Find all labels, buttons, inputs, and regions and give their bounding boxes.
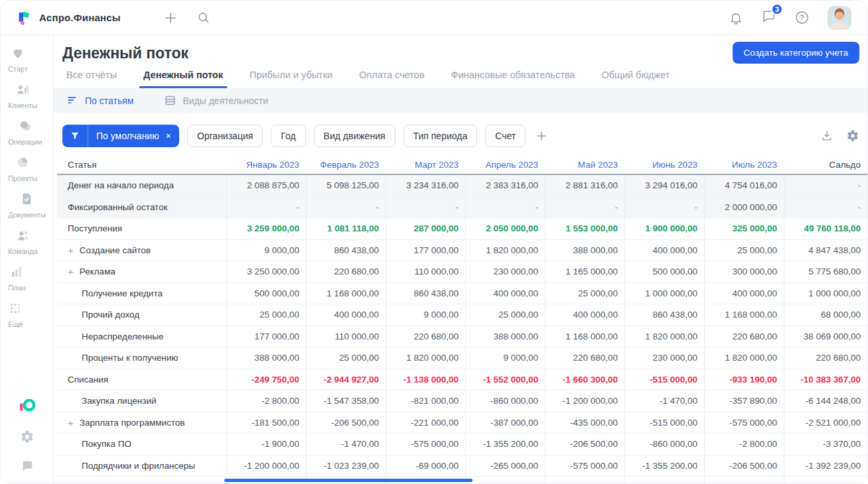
view-tab-По статьям[interactable]: По статьям — [62, 93, 137, 107]
expand-plus-icon[interactable]: + — [68, 418, 74, 428]
cell-value: 177 000,00 — [226, 326, 306, 347]
tab-Все отчёты[interactable]: Все отчёты — [62, 69, 121, 88]
support-chat-icon[interactable] — [20, 459, 35, 473]
tab-Финансовые обязательства[interactable]: Финансовые обязательства — [447, 69, 579, 88]
tab-Денежный поток[interactable]: Денежный поток — [139, 69, 227, 88]
funnel-icon — [62, 125, 88, 147]
row-label-text: Фиксированный остаток — [68, 202, 168, 212]
cell-value: -1 470,00 — [624, 477, 704, 484]
brand: Аспро.Финансы — [15, 9, 121, 27]
cell-value: 860 438,00 — [386, 283, 465, 304]
column-header-month[interactable]: Апрель 2023 — [465, 159, 545, 170]
cell-value: 3 294 016,00 — [624, 175, 704, 196]
create-category-button[interactable]: Создать категорию учета — [733, 42, 859, 64]
sidebar-item-plan[interactable]: План — [8, 265, 26, 292]
row-label[interactable]: +Создание сайтов — [57, 240, 226, 261]
settings-gear-icon[interactable] — [20, 430, 35, 444]
sidebar-item-start[interactable]: Старт — [8, 46, 28, 73]
cell-value: 325 000,00 — [704, 218, 784, 239]
cell-value: 220 680,00 — [306, 261, 386, 282]
filter-button-Год[interactable]: Год — [271, 125, 305, 147]
table-row: Покупка ПО-1 900,00-1 470,00-575 000,00-… — [57, 434, 867, 455]
svg-text:?: ? — [800, 13, 804, 21]
row-label[interactable]: Покупка ПО — [57, 434, 226, 455]
row-label-text: Поступления — [68, 223, 122, 233]
filter-button-Вид движения[interactable]: Вид движения — [314, 125, 396, 147]
expand-plus-icon[interactable]: + — [68, 245, 74, 255]
row-label-text: Списания — [68, 375, 108, 385]
cell-value: 1 553 000,00 — [545, 218, 624, 239]
cell-value: 388 000,00 — [226, 347, 306, 369]
expand-plus-icon[interactable]: + — [68, 267, 74, 276]
view-tab-Виды деятельности[interactable]: Виды деятельности — [160, 93, 272, 107]
table-settings-gear-icon[interactable] — [846, 129, 859, 143]
row-label[interactable]: Нераспределенные — [57, 326, 226, 347]
cell-value: 388 000,00 — [465, 326, 545, 347]
row-label[interactable]: Проценты к получению — [57, 347, 226, 369]
sidebar-bottom — [18, 398, 36, 473]
sidebar-item-projects[interactable]: Проекты — [8, 155, 37, 182]
cell-value: -2 800,00 — [704, 434, 784, 455]
cell-value: 9 000,00 — [386, 304, 465, 326]
cell-value: 1 168 000,00 — [545, 326, 624, 347]
messages-button[interactable]: 3 — [761, 9, 776, 27]
row-label[interactable]: Подрядчики и фрилансеры — [57, 455, 226, 477]
row-label-text: Зарплата программистов — [80, 418, 185, 428]
row-label[interactable]: Поступления — [57, 218, 226, 239]
cell-value: - — [545, 197, 624, 218]
row-label[interactable]: +Реклама — [57, 261, 226, 282]
row-label[interactable]: Фиксированный остаток — [57, 197, 226, 218]
cell-value: -1 660 300,00 — [545, 369, 624, 391]
column-header-article: Статья — [57, 160, 226, 170]
sidebar-item-documents[interactable]: Документы — [8, 192, 46, 219]
cell-value: 25 000,00 — [306, 347, 386, 369]
column-header-month[interactable]: Февраль 2023 — [306, 159, 386, 170]
help-icon[interactable]: ? — [794, 10, 810, 25]
row-label[interactable]: Прочий доход — [57, 304, 226, 326]
sidebar-item-operations[interactable]: Операции — [8, 119, 42, 146]
row-label[interactable]: +Зарплата программистов — [57, 477, 226, 484]
table-row: Получение кредита500 000,001 168 000,008… — [57, 283, 867, 305]
column-header-month[interactable]: Май 2023 — [545, 159, 624, 170]
cell-value: -265 000,00 — [465, 455, 545, 477]
sidebar-item-label: Проекты — [8, 174, 37, 182]
sidebar-item-label: Клиенты — [8, 101, 37, 109]
cell-value: 220 680,00 — [704, 326, 784, 347]
add-button[interactable] — [163, 11, 178, 25]
cell-value: - — [226, 197, 306, 218]
row-label-text: Проценты к получению — [82, 353, 178, 363]
remove-filter-icon[interactable]: × — [163, 131, 179, 141]
filter-button-Организация[interactable]: Организация — [187, 125, 263, 147]
add-filter-icon[interactable] — [534, 129, 549, 143]
column-header-month[interactable]: Март 2023 — [386, 159, 465, 170]
tab-Оплата счетов[interactable]: Оплата счетов — [355, 69, 428, 88]
cell-value: - — [784, 175, 867, 196]
notifications-bell-icon[interactable] — [729, 11, 743, 25]
column-header-month[interactable]: Июнь 2023 — [624, 159, 704, 170]
sidebar-item-clients[interactable]: Клиенты — [8, 82, 37, 109]
documents-icon — [19, 192, 34, 208]
cell-value: -181 500,00 — [226, 412, 306, 434]
column-header-month[interactable]: Январь 2023 — [226, 159, 306, 170]
row-label[interactable]: Получение кредита — [57, 283, 226, 304]
row-label[interactable]: Списания — [57, 369, 226, 391]
row-label[interactable]: Закупка лицензий — [57, 391, 226, 412]
tab-Общий бюджет[interactable]: Общий бюджет — [597, 69, 674, 88]
row-label[interactable]: +Зарплата программистов — [57, 412, 226, 434]
cell-value: -1 547 358,00 — [306, 391, 386, 412]
aspro-app-icon[interactable] — [18, 398, 36, 415]
user-avatar[interactable] — [828, 6, 851, 30]
cell-value: -515 000,00 — [624, 412, 704, 434]
row-label[interactable]: Денег на начало периода — [57, 175, 226, 196]
tab-Прибыли и убытки[interactable]: Прибыли и убытки — [246, 69, 336, 88]
filter-button-Тип периода[interactable]: Тип периода — [403, 125, 478, 147]
search-icon[interactable] — [196, 11, 210, 25]
view-tab-label: Виды деятельности — [182, 95, 268, 106]
column-header-month[interactable]: Июль 2023 — [704, 159, 784, 170]
download-icon[interactable] — [820, 129, 833, 143]
horizontal-scrollbar-thumb[interactable] — [224, 479, 472, 482]
applied-filter-pill[interactable]: По умолчанию × — [62, 125, 179, 147]
filter-button-Счет[interactable]: Счет — [485, 125, 526, 147]
sidebar-item-more-grid[interactable]: Ещё — [8, 301, 23, 328]
sidebar-item-team[interactable]: Команда — [8, 228, 38, 255]
